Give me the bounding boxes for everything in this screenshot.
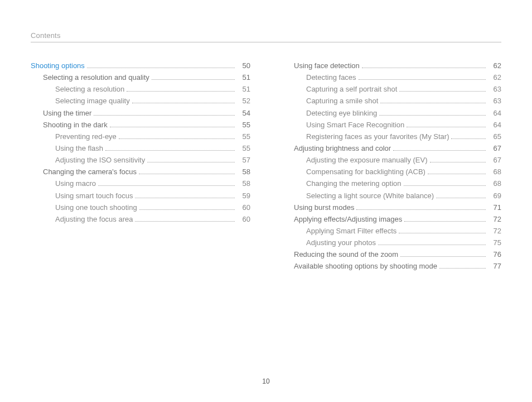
toc-entry-page: 64 (488, 119, 501, 131)
toc-entry-title: Detecting faces (306, 72, 356, 83)
toc-entry-page: 67 (488, 155, 501, 166)
toc-entry[interactable]: Changing the camera's focus 58 (43, 166, 250, 178)
toc-entry[interactable]: Adjusting your photos 75 (306, 237, 501, 248)
toc-entry-page: 52 (237, 95, 250, 107)
toc-entry-page: 63 (488, 84, 501, 95)
page: Contents Shooting options 50Selecting a … (0, 0, 532, 402)
toc-entry-title: Changing the camera's focus (43, 166, 137, 178)
toc-entry[interactable]: Adjusting the exposure manually (EV) 67 (306, 155, 501, 166)
toc-entry[interactable]: Capturing a self portrait shot 63 (306, 84, 501, 95)
toc-leader (400, 252, 486, 257)
page-footer: 10 (0, 377, 532, 385)
toc-entry-page: 63 (488, 95, 501, 107)
toc-entry-title: Selecting a resolution (55, 84, 124, 95)
toc-entry-title: Adjusting the focus area (55, 214, 133, 225)
toc-entry-title: Adjusting brightness and color (294, 143, 391, 154)
toc-entry-title: Available shooting options by shooting m… (294, 261, 437, 272)
toc-entry[interactable]: Using the timer 54 (43, 108, 250, 119)
toc-entry[interactable]: Changing the metering option 68 (306, 178, 501, 189)
toc-entry[interactable]: Using burst modes 71 (294, 202, 501, 213)
toc-entry-page: 60 (237, 214, 250, 225)
toc-leader (152, 75, 235, 80)
toc-entry-title: Changing the metering option (306, 178, 402, 189)
toc-leader (378, 240, 486, 245)
toc-leader (404, 217, 486, 222)
toc-entry[interactable]: Using Smart Face Recognition 64 (306, 119, 501, 131)
toc-entry-title: Adjusting the exposure manually (EV) (306, 155, 428, 166)
toc-entry[interactable]: Applying effects/Adjusting images 72 (294, 214, 501, 225)
toc-entry[interactable]: Using macro 58 (55, 178, 250, 189)
toc-leader (356, 205, 486, 210)
toc-entry[interactable]: Shooting in the dark 55 (43, 119, 250, 131)
toc-leader (436, 193, 486, 198)
toc-leader (135, 193, 235, 198)
toc-entry-page: 68 (488, 178, 501, 189)
toc-entry[interactable]: Using face detection 62 (294, 60, 501, 71)
toc-leader (147, 157, 235, 162)
toc-entry[interactable]: Selecting a resolution 51 (55, 84, 250, 95)
toc-entry[interactable]: Adjusting the focus area 60 (55, 214, 250, 225)
toc-entry-page: 51 (237, 84, 250, 95)
toc-leader (135, 217, 235, 222)
toc-entry[interactable]: Adjusting the ISO sensitivity 57 (55, 155, 250, 166)
toc-leader (139, 169, 235, 174)
toc-entry-page: 69 (488, 190, 501, 202)
toc-entry[interactable]: Using smart touch focus 59 (55, 190, 250, 202)
toc-leader (451, 134, 486, 139)
toc-entry[interactable]: Available shooting options by shooting m… (294, 261, 501, 272)
toc-entry-title: Preventing red-eye (55, 131, 117, 142)
toc-entry[interactable]: Shooting options 50 (31, 60, 250, 71)
toc-leader (110, 122, 235, 127)
toc-section-title: Shooting options (31, 60, 85, 71)
toc-entry[interactable]: Selecting a resolution and quality 51 (43, 72, 250, 83)
toc-entry-page: 50 (237, 60, 250, 71)
toc-entry[interactable]: Compensating for backlighting (ACB) 68 (306, 166, 501, 178)
toc-entry-page: 65 (488, 131, 501, 142)
toc-entry[interactable]: Using one touch shooting 60 (55, 202, 250, 213)
toc-leader (407, 122, 486, 127)
toc-entry-page: 72 (488, 214, 501, 225)
toc-leader (404, 181, 486, 186)
toc-entry[interactable]: Detecting eye blinking 64 (306, 108, 501, 119)
toc-leader (362, 63, 486, 68)
toc-entry-page: 72 (488, 226, 501, 237)
toc-entry-title: Compensating for backlighting (ACB) (306, 166, 425, 178)
toc-entry-page: 55 (237, 119, 250, 131)
toc-entry-page: 55 (237, 131, 250, 142)
header-title: Contents (31, 31, 61, 40)
toc-leader (87, 63, 235, 68)
toc-entry-page: 67 (488, 143, 501, 154)
toc-entry[interactable]: Reducing the sound of the zoom 76 (294, 249, 501, 260)
toc-entry-page: 62 (488, 60, 501, 71)
toc-entry[interactable]: Using the flash 55 (55, 143, 250, 154)
toc-leader (399, 228, 486, 233)
toc-leader (359, 75, 486, 80)
page-number: 10 (262, 377, 269, 385)
toc-entry-title: Capturing a smile shot (306, 95, 378, 107)
toc-leader (94, 111, 235, 116)
toc-entry-page: 62 (488, 72, 501, 83)
toc-leader (428, 169, 486, 174)
toc-entry-page: 57 (237, 155, 250, 166)
toc-entry-page: 64 (488, 108, 501, 119)
toc-leader (430, 157, 486, 162)
toc-entry[interactable]: Selecting a light source (White balance)… (306, 190, 501, 202)
toc-leader (127, 87, 235, 92)
toc-entry-title: Using burst modes (294, 202, 354, 213)
toc-entry[interactable]: Adjusting brightness and color 67 (294, 143, 501, 154)
toc-entry-title: Selecting image quality (55, 95, 130, 107)
toc-leader (105, 146, 235, 151)
toc-entry[interactable]: Selecting image quality 52 (55, 95, 250, 107)
toc-leader (119, 134, 235, 139)
toc-entry-title: Using macro (55, 178, 96, 189)
toc-entry[interactable]: Registering faces as your favorites (My … (306, 131, 501, 142)
toc-entry[interactable]: Preventing red-eye 55 (55, 131, 250, 142)
toc-entry[interactable]: Applying Smart Filter effects 72 (306, 226, 501, 237)
toc-entry-page: 71 (488, 202, 501, 213)
toc-entry-title: Applying Smart Filter effects (306, 226, 396, 237)
toc-leader (439, 264, 486, 269)
page-header: Contents (31, 31, 501, 42)
toc-entry[interactable]: Detecting faces 62 (306, 72, 501, 83)
toc-entry[interactable]: Capturing a smile shot 63 (306, 95, 501, 107)
toc-leader (399, 87, 486, 92)
